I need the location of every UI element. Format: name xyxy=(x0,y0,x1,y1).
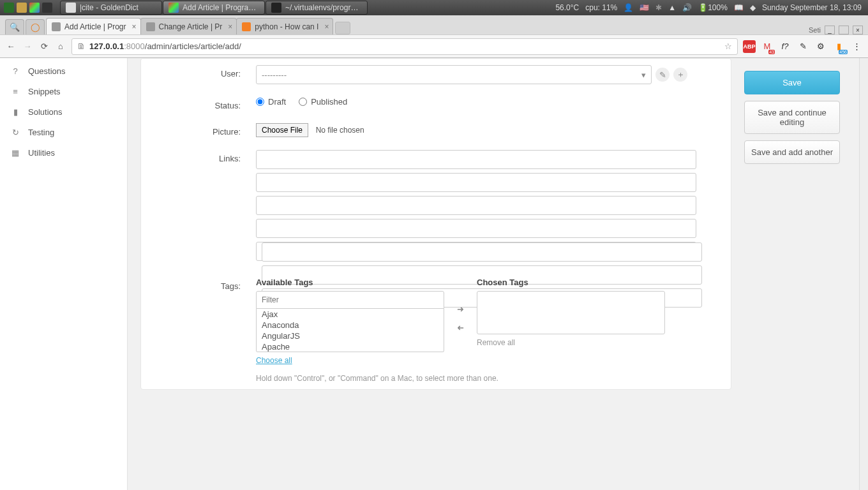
chrome-icon[interactable] xyxy=(29,3,40,13)
page-scrollbar[interactable] xyxy=(859,58,868,490)
terminal-icon[interactable] xyxy=(42,3,52,13)
os-tray: 56.0°C cpu: 11% 👤 🇺🇸 ✱ ▲ 🔊 🔋100% 📖 ◆ Sun… xyxy=(555,3,868,12)
row-user: User: ---------▾ ✎ ＋ xyxy=(141,59,731,91)
available-tags: Available Tags Ajax Anaconda AngularJS A… xyxy=(256,278,444,365)
tag-item[interactable]: Anaconda xyxy=(257,320,444,330)
chosen-list[interactable] xyxy=(477,291,665,334)
url-path: /admin/articles/article/add/ xyxy=(145,41,241,51)
radio-draft-input[interactable] xyxy=(256,98,264,106)
tab-label: Change Article | Pr xyxy=(159,22,223,31)
cpu-indicator: cpu: 11% xyxy=(585,3,617,12)
favicon-icon xyxy=(52,22,61,31)
grid-icon: ▦ xyxy=(10,147,20,158)
settings-icon[interactable]: ⚙ xyxy=(814,40,827,53)
gmail-icon[interactable]: M43 xyxy=(761,40,774,53)
radio-draft[interactable]: Draft xyxy=(256,97,286,107)
ext-f-icon[interactable]: f? xyxy=(779,40,791,53)
sidebar-item-questions[interactable]: ?Questions xyxy=(0,61,127,81)
user-select[interactable]: ---------▾ xyxy=(256,65,652,84)
row-status: Status: Draft Published xyxy=(141,91,731,117)
tag-item[interactable]: Apache xyxy=(257,341,444,352)
url-input[interactable]: 🗎 127.0.0.1:8000/admin/articles/article/… xyxy=(71,38,738,55)
chevron-down-icon: ▾ xyxy=(641,70,646,80)
star-icon[interactable]: ☆ xyxy=(724,41,732,51)
picker-icon[interactable]: ✎ xyxy=(797,40,809,53)
sidebar-label: Solutions xyxy=(28,107,62,117)
row-links: Links: Useful links xyxy=(141,144,731,271)
close-icon[interactable]: × xyxy=(131,22,136,31)
temp-indicator: 56.0°C xyxy=(555,3,579,12)
row-tags: Tags: Available Tags Ajax Anaconda Angul… xyxy=(141,271,731,389)
sidebar-item-solutions[interactable]: ▮Solutions xyxy=(0,101,127,122)
tab-python-so[interactable]: python - How can I× xyxy=(236,18,333,34)
maximize-icon[interactable] xyxy=(839,26,849,34)
link-input-5[interactable]: Useful links xyxy=(256,242,696,261)
reload-icon[interactable]: ⟳ xyxy=(38,41,50,52)
tab-search-icon[interactable]: 🔍 xyxy=(5,19,24,34)
link-input-3[interactable] xyxy=(256,196,696,215)
task-label: |cite - GoldenDict xyxy=(80,3,138,12)
task-goldendict[interactable]: |cite - GoldenDict xyxy=(60,1,162,15)
available-list[interactable]: Ajax Anaconda AngularJS Apache xyxy=(256,309,444,352)
tag-item[interactable]: AngularJS xyxy=(257,330,444,341)
sidebar-item-snippets[interactable]: ≡Snippets xyxy=(0,81,127,101)
edit-icon[interactable]: ✎ xyxy=(655,68,670,82)
status-label: Status: xyxy=(154,97,256,110)
link-input-4[interactable] xyxy=(256,219,696,238)
add-icon[interactable]: ＋ xyxy=(673,68,687,82)
save-continue-button[interactable]: Save and continue editing xyxy=(744,101,840,134)
question-icon: ? xyxy=(10,66,20,76)
task-terminal[interactable]: ~/.virtualenvs/progr… xyxy=(266,1,368,15)
tab-ext-icon[interactable]: ◯ xyxy=(26,19,45,34)
links-label: Links: xyxy=(154,150,256,163)
arrow-right-icon[interactable]: ➜ xyxy=(457,304,464,314)
tag-item[interactable]: Ajax xyxy=(257,309,444,320)
launcher-icon[interactable] xyxy=(4,3,14,13)
sidebar-item-testing[interactable]: ↻Testing xyxy=(0,122,127,142)
user-icon[interactable]: 👤 xyxy=(624,3,633,12)
window-close-icon[interactable]: × xyxy=(853,26,863,34)
save-button[interactable]: Save xyxy=(744,71,840,94)
files-icon[interactable] xyxy=(17,3,27,13)
link-input-6[interactable] xyxy=(262,242,702,262)
new-tab-button[interactable] xyxy=(335,22,350,34)
chrome-menu-icon[interactable]: ⋮ xyxy=(850,40,863,53)
task-label: Add Article | Progra… xyxy=(183,3,256,12)
choose-all-link[interactable]: Choose all xyxy=(256,356,292,365)
task-chrome[interactable]: Add Article | Progra… xyxy=(163,1,265,15)
back-icon[interactable]: ← xyxy=(5,41,17,52)
chosen-title: Chosen Tags xyxy=(477,278,665,287)
shield-icon[interactable]: ◆ xyxy=(750,3,756,12)
tags-label: Tags: xyxy=(154,278,256,291)
home-icon[interactable]: ⌂ xyxy=(55,41,66,52)
tab-add-article[interactable]: Add Article | Progr× xyxy=(46,18,141,34)
tag-filter-input[interactable] xyxy=(256,291,444,309)
tab-change-article[interactable]: Change Article | Pr× xyxy=(140,18,237,34)
radio-published-input[interactable] xyxy=(299,98,307,106)
minimize-icon[interactable]: _ xyxy=(825,26,835,34)
forward-icon[interactable]: → xyxy=(22,41,33,52)
rss-icon[interactable]: ▮456 xyxy=(832,40,845,53)
remove-all-link[interactable]: Remove all xyxy=(477,338,515,347)
chosen-tags: Chosen Tags Remove all xyxy=(477,278,665,347)
clock: Sunday September 18, 13:09 xyxy=(762,3,862,12)
close-icon[interactable]: × xyxy=(324,22,329,31)
link-input-2[interactable] xyxy=(256,173,696,192)
choose-file-button[interactable]: Choose File xyxy=(256,123,308,137)
adblock-icon[interactable]: ABP xyxy=(743,40,756,53)
flag-icon[interactable]: 🇺🇸 xyxy=(640,3,649,12)
sidebar-label: Testing xyxy=(28,128,54,137)
save-add-button[interactable]: Save and add another xyxy=(744,140,840,164)
bluetooth-icon[interactable]: ✱ xyxy=(655,3,662,12)
os-taskbar: |cite - GoldenDict Add Article | Progra…… xyxy=(60,1,368,15)
close-icon[interactable]: × xyxy=(228,22,232,31)
sidebar-item-utilities[interactable]: ▦Utilities xyxy=(0,142,127,163)
wifi-icon[interactable]: ▲ xyxy=(668,3,676,12)
link-input-1[interactable] xyxy=(256,150,696,169)
tab-label: python - How can I xyxy=(255,22,318,31)
arrow-left-icon[interactable]: ➜ xyxy=(457,323,464,332)
radio-published[interactable]: Published xyxy=(299,97,347,107)
radio-label: Draft xyxy=(268,97,286,107)
volume-icon[interactable]: 🔊 xyxy=(682,3,692,12)
book-icon[interactable]: 📖 xyxy=(734,3,744,12)
